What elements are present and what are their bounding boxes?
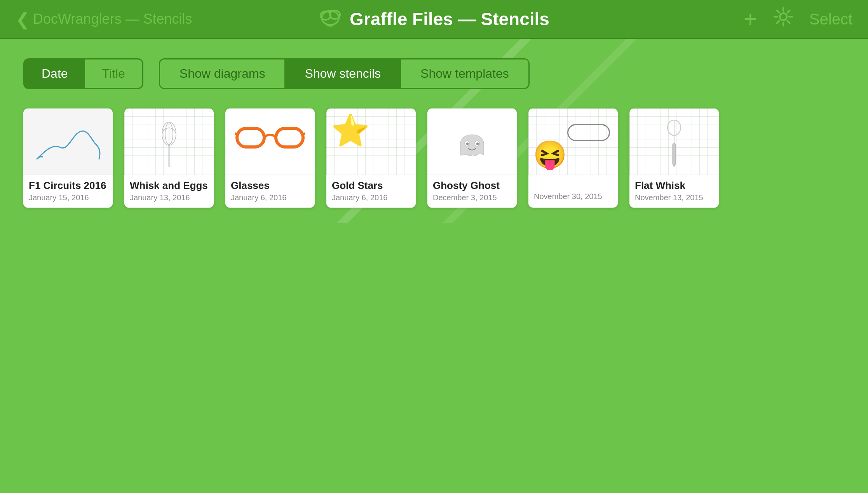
card-info-f1: F1 Circuits 2016 January 15, 2016 <box>23 175 113 208</box>
card-thumbnail-glasses <box>225 108 315 175</box>
main-content: Date Title Show diagrams Show stencils S… <box>0 39 868 223</box>
card-date: January 6, 2016 <box>332 193 410 202</box>
card-thumbnail-flat-whisk <box>629 108 719 175</box>
svg-line-20 <box>235 133 237 134</box>
file-card-f1[interactable]: F1 Circuits 2016 January 15, 2016 <box>23 108 113 208</box>
svg-rect-18 <box>237 128 264 147</box>
header-center: Graffle Files — Stencils <box>319 6 549 32</box>
card-name: Ghosty Ghost <box>433 180 511 192</box>
rounded-rect-shape <box>567 124 610 141</box>
back-label: DocWranglers — Stencils <box>33 11 192 27</box>
svg-rect-26 <box>673 143 676 165</box>
card-info-whisk: Whisk and Eggs January 13, 2016 <box>124 175 214 208</box>
card-date: January 15, 2016 <box>29 193 107 202</box>
card-thumbnail-emoji: 😝 <box>528 108 618 175</box>
emoji-icon: 😝 <box>533 139 567 171</box>
card-name: Glasses <box>231 180 309 192</box>
file-card-whisk[interactable]: Whisk and Eggs January 13, 2016 <box>124 108 214 208</box>
card-info-glasses: Glasses January 6, 2016 <box>225 175 315 208</box>
glasses-icon <box>235 122 305 162</box>
svg-point-5 <box>780 13 787 20</box>
card-name <box>534 180 612 191</box>
card-info-flat-whisk: Flat Whisk November 13, 2015 <box>629 175 719 208</box>
file-card-ghost[interactable]: Ghosty Ghost December 3, 2015 <box>427 108 517 208</box>
sort-date-button[interactable]: Date <box>24 59 85 88</box>
file-card-emoji[interactable]: 😝 November 30, 2015 <box>528 108 618 208</box>
svg-rect-19 <box>276 128 303 147</box>
card-date: December 3, 2015 <box>433 193 511 202</box>
add-button[interactable]: + <box>744 7 757 31</box>
svg-marker-27 <box>673 165 675 167</box>
filter-group: Show diagrams Show stencils Show templat… <box>159 58 530 89</box>
svg-line-21 <box>303 133 305 134</box>
svg-line-10 <box>777 10 779 13</box>
card-info-ghost: Ghosty Ghost December 3, 2015 <box>427 175 517 208</box>
card-thumbnail-goldstars: ⭐ <box>326 108 416 175</box>
header-actions: + Select <box>744 6 852 32</box>
card-name: Gold Stars <box>332 180 410 192</box>
card-thumbnail-whisk <box>124 108 214 175</box>
card-date: November 30, 2015 <box>534 192 612 201</box>
svg-line-11 <box>787 21 790 23</box>
file-card-glasses[interactable]: Glasses January 6, 2016 <box>225 108 315 208</box>
svg-point-24 <box>466 143 469 145</box>
card-thumbnail-f1 <box>23 108 113 175</box>
sort-group: Date Title <box>23 58 143 89</box>
card-date: January 6, 2016 <box>231 193 309 202</box>
card-info-goldstars: Gold Stars January 6, 2016 <box>326 175 416 208</box>
card-name: Flat Whisk <box>635 180 713 192</box>
svg-point-25 <box>476 143 479 145</box>
page-title: Graffle Files — Stencils <box>350 9 549 30</box>
card-date: January 13, 2016 <box>130 193 208 202</box>
file-grid: F1 Circuits 2016 January 15, 2016 Whisk … <box>23 108 845 208</box>
filter-templates-button[interactable]: Show templates <box>401 59 528 88</box>
card-name: Whisk and Eggs <box>130 180 208 192</box>
back-button[interactable]: ❮ DocWranglers — Stencils <box>16 9 192 29</box>
header: ❮ DocWranglers — Stencils Graffle Files … <box>0 0 868 39</box>
file-card-goldstars[interactable]: ⭐ Gold Stars January 6, 2016 <box>326 108 416 208</box>
card-name: F1 Circuits 2016 <box>29 180 107 192</box>
card-thumbnail-ghost <box>427 108 517 175</box>
star-icon: ⭐ <box>331 112 370 149</box>
gear-icon[interactable] <box>773 6 794 32</box>
select-button[interactable]: Select <box>809 10 852 28</box>
file-card-flat-whisk[interactable]: Flat Whisk November 13, 2015 <box>629 108 719 208</box>
sort-title-button[interactable]: Title <box>85 59 142 88</box>
app-logo-icon <box>319 6 342 32</box>
filter-stencils-button[interactable]: Show stencils <box>285 59 401 88</box>
svg-line-12 <box>787 10 790 13</box>
card-date: November 13, 2015 <box>635 193 713 202</box>
controls-row: Date Title Show diagrams Show stencils S… <box>23 58 845 89</box>
chevron-left-icon: ❮ <box>16 9 30 29</box>
svg-line-13 <box>777 21 779 23</box>
card-info-emoji: November 30, 2015 <box>528 175 618 206</box>
filter-diagrams-button[interactable]: Show diagrams <box>160 59 286 88</box>
